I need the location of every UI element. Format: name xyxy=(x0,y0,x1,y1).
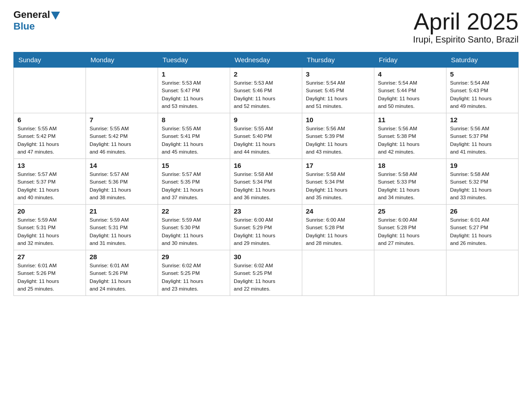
day-info: Sunrise: 5:57 AMSunset: 5:37 PMDaylight:… xyxy=(17,171,82,201)
day-number: 18 xyxy=(378,162,442,169)
day-number: 24 xyxy=(306,207,370,215)
day-info: Sunrise: 5:53 AMSunset: 5:47 PMDaylight:… xyxy=(162,79,226,110)
day-number: 17 xyxy=(306,162,370,169)
day-number: 2 xyxy=(234,70,298,78)
day-info: Sunrise: 5:56 AMSunset: 5:39 PMDaylight:… xyxy=(306,125,370,156)
calendar-cell: 6Sunrise: 5:55 AMSunset: 5:42 PMDaylight… xyxy=(14,113,86,159)
day-number: 5 xyxy=(450,70,515,78)
day-number: 15 xyxy=(162,162,226,169)
calendar-cell: 15Sunrise: 5:57 AMSunset: 5:35 PMDayligh… xyxy=(158,159,230,205)
title-section: April 2025 Irupi, Espirito Santo, Brazil xyxy=(413,9,519,45)
day-info: Sunrise: 5:56 AMSunset: 5:37 PMDaylight:… xyxy=(450,125,515,156)
weekday-header: Friday xyxy=(374,52,446,68)
calendar-cell: 16Sunrise: 5:58 AMSunset: 5:34 PMDayligh… xyxy=(230,159,302,205)
day-number: 4 xyxy=(378,70,442,78)
calendar-cell: 12Sunrise: 5:56 AMSunset: 5:37 PMDayligh… xyxy=(446,113,519,159)
calendar-week-row: 1Sunrise: 5:53 AMSunset: 5:47 PMDaylight… xyxy=(14,68,519,113)
day-number: 14 xyxy=(90,162,154,169)
day-info: Sunrise: 6:00 AMSunset: 5:28 PMDaylight:… xyxy=(378,216,442,247)
weekday-header: Saturday xyxy=(446,52,519,68)
day-info: Sunrise: 6:00 AMSunset: 5:29 PMDaylight:… xyxy=(234,216,298,247)
calendar-cell: 28Sunrise: 6:01 AMSunset: 5:26 PMDayligh… xyxy=(86,250,158,296)
day-number: 9 xyxy=(234,116,298,124)
calendar-cell xyxy=(86,68,158,113)
calendar-cell: 24Sunrise: 6:00 AMSunset: 5:28 PMDayligh… xyxy=(302,205,374,250)
day-number: 19 xyxy=(450,162,515,169)
logo-triangle-icon xyxy=(51,12,60,20)
day-info: Sunrise: 5:55 AMSunset: 5:40 PMDaylight:… xyxy=(234,125,298,156)
calendar-week-row: 13Sunrise: 5:57 AMSunset: 5:37 PMDayligh… xyxy=(14,159,519,205)
calendar-cell: 9Sunrise: 5:55 AMSunset: 5:40 PMDaylight… xyxy=(230,113,302,159)
day-info: Sunrise: 5:55 AMSunset: 5:42 PMDaylight:… xyxy=(17,125,82,156)
logo-blue-text: Blue xyxy=(13,21,35,32)
day-info: Sunrise: 5:58 AMSunset: 5:34 PMDaylight:… xyxy=(306,171,370,201)
calendar-cell: 23Sunrise: 6:00 AMSunset: 5:29 PMDayligh… xyxy=(230,205,302,250)
calendar-cell: 17Sunrise: 5:58 AMSunset: 5:34 PMDayligh… xyxy=(302,159,374,205)
day-info: Sunrise: 5:59 AMSunset: 5:30 PMDaylight:… xyxy=(162,216,226,247)
logo: General Blue xyxy=(13,9,60,32)
calendar-cell: 1Sunrise: 5:53 AMSunset: 5:47 PMDaylight… xyxy=(158,68,230,113)
day-info: Sunrise: 5:55 AMSunset: 5:42 PMDaylight:… xyxy=(90,125,154,156)
calendar-cell: 18Sunrise: 5:58 AMSunset: 5:33 PMDayligh… xyxy=(374,159,446,205)
day-number: 26 xyxy=(450,207,515,215)
calendar-cell: 4Sunrise: 5:54 AMSunset: 5:44 PMDaylight… xyxy=(374,68,446,113)
day-info: Sunrise: 5:58 AMSunset: 5:33 PMDaylight:… xyxy=(378,171,442,201)
day-number: 11 xyxy=(378,116,442,124)
day-info: Sunrise: 5:54 AMSunset: 5:44 PMDaylight:… xyxy=(378,79,442,110)
calendar-cell: 20Sunrise: 5:59 AMSunset: 5:31 PMDayligh… xyxy=(14,205,86,250)
day-number: 27 xyxy=(17,253,82,261)
calendar-table: SundayMondayTuesdayWednesdayThursdayFrid… xyxy=(13,52,519,296)
day-info: Sunrise: 6:01 AMSunset: 5:26 PMDaylight:… xyxy=(17,262,82,293)
calendar-cell: 5Sunrise: 5:54 AMSunset: 5:43 PMDaylight… xyxy=(446,68,519,113)
calendar-cell xyxy=(14,68,86,113)
day-info: Sunrise: 5:57 AMSunset: 5:36 PMDaylight:… xyxy=(90,171,154,201)
calendar-cell: 30Sunrise: 6:02 AMSunset: 5:25 PMDayligh… xyxy=(230,250,302,296)
calendar-cell: 13Sunrise: 5:57 AMSunset: 5:37 PMDayligh… xyxy=(14,159,86,205)
day-number: 3 xyxy=(306,70,370,78)
day-number: 29 xyxy=(162,253,226,261)
calendar-week-row: 6Sunrise: 5:55 AMSunset: 5:42 PMDaylight… xyxy=(14,113,519,159)
day-number: 1 xyxy=(162,70,226,78)
day-info: Sunrise: 6:01 AMSunset: 5:27 PMDaylight:… xyxy=(450,216,515,247)
calendar-cell: 10Sunrise: 5:56 AMSunset: 5:39 PMDayligh… xyxy=(302,113,374,159)
day-info: Sunrise: 5:58 AMSunset: 5:32 PMDaylight:… xyxy=(450,171,515,201)
calendar-cell: 25Sunrise: 6:00 AMSunset: 5:28 PMDayligh… xyxy=(374,205,446,250)
day-number: 13 xyxy=(17,162,82,169)
weekday-header: Tuesday xyxy=(158,52,230,68)
day-number: 16 xyxy=(234,162,298,169)
day-info: Sunrise: 5:54 AMSunset: 5:45 PMDaylight:… xyxy=(306,79,370,110)
day-info: Sunrise: 6:02 AMSunset: 5:25 PMDaylight:… xyxy=(234,262,298,293)
calendar-cell: 2Sunrise: 5:53 AMSunset: 5:46 PMDaylight… xyxy=(230,68,302,113)
calendar-cell xyxy=(302,250,374,296)
day-info: Sunrise: 5:53 AMSunset: 5:46 PMDaylight:… xyxy=(234,79,298,110)
calendar-cell: 7Sunrise: 5:55 AMSunset: 5:42 PMDaylight… xyxy=(86,113,158,159)
location-title: Irupi, Espirito Santo, Brazil xyxy=(413,34,519,45)
day-info: Sunrise: 5:55 AMSunset: 5:41 PMDaylight:… xyxy=(162,125,226,156)
day-info: Sunrise: 6:01 AMSunset: 5:26 PMDaylight:… xyxy=(90,262,154,293)
month-title: April 2025 xyxy=(413,9,519,34)
calendar-cell: 3Sunrise: 5:54 AMSunset: 5:45 PMDaylight… xyxy=(302,68,374,113)
day-info: Sunrise: 5:57 AMSunset: 5:35 PMDaylight:… xyxy=(162,171,226,201)
day-number: 25 xyxy=(378,207,442,215)
calendar-cell: 14Sunrise: 5:57 AMSunset: 5:36 PMDayligh… xyxy=(86,159,158,205)
calendar-cell: 8Sunrise: 5:55 AMSunset: 5:41 PMDaylight… xyxy=(158,113,230,159)
day-number: 30 xyxy=(234,253,298,261)
day-number: 10 xyxy=(306,116,370,124)
calendar-cell: 11Sunrise: 5:56 AMSunset: 5:38 PMDayligh… xyxy=(374,113,446,159)
day-number: 12 xyxy=(450,116,515,124)
calendar-cell: 19Sunrise: 5:58 AMSunset: 5:32 PMDayligh… xyxy=(446,159,519,205)
weekday-header: Monday xyxy=(86,52,158,68)
day-info: Sunrise: 5:59 AMSunset: 5:31 PMDaylight:… xyxy=(90,216,154,247)
day-info: Sunrise: 5:56 AMSunset: 5:38 PMDaylight:… xyxy=(378,125,442,156)
weekday-header: Wednesday xyxy=(230,52,302,68)
weekday-header: Sunday xyxy=(14,52,86,68)
calendar-cell: 29Sunrise: 6:02 AMSunset: 5:25 PMDayligh… xyxy=(158,250,230,296)
day-info: Sunrise: 6:02 AMSunset: 5:25 PMDaylight:… xyxy=(162,262,226,293)
calendar-cell: 27Sunrise: 6:01 AMSunset: 5:26 PMDayligh… xyxy=(14,250,86,296)
day-number: 28 xyxy=(90,253,154,261)
logo-general-text: General xyxy=(13,9,50,21)
weekday-header: Thursday xyxy=(302,52,374,68)
day-info: Sunrise: 5:58 AMSunset: 5:34 PMDaylight:… xyxy=(234,171,298,201)
calendar-week-row: 20Sunrise: 5:59 AMSunset: 5:31 PMDayligh… xyxy=(14,205,519,250)
day-number: 7 xyxy=(90,116,154,124)
